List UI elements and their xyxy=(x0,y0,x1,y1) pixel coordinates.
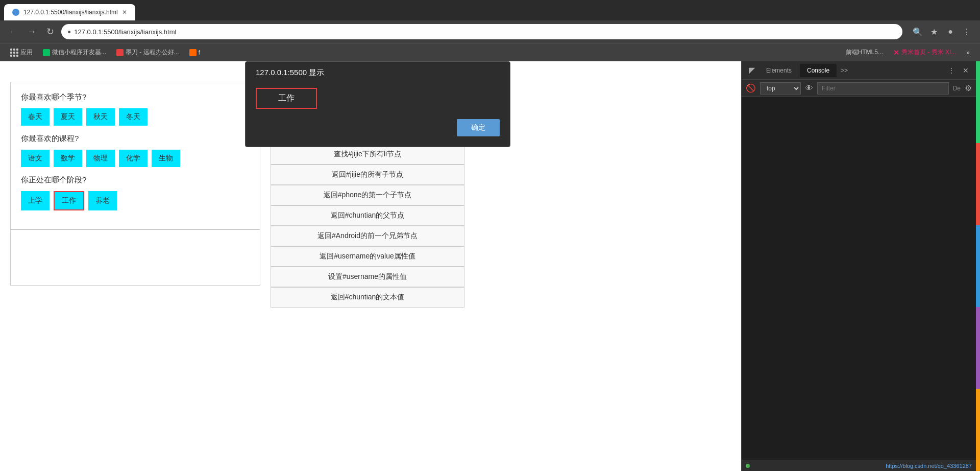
back-button[interactable]: ← xyxy=(6,25,20,39)
bookmark-qd-label: 前端HTML5... xyxy=(846,48,883,57)
alert-confirm-button[interactable]: 确定 xyxy=(457,119,500,136)
nav-bar: ← → ↻ ● 127.0.0.1:5500/lianxijs/lianxijs… xyxy=(0,20,980,43)
tab-bar: 127.0.0.1:5500/lianxijs/lianxijs.html ✕ xyxy=(0,0,980,20)
address-text: 127.0.0.1:5500/lianxijs/lianxijs.html xyxy=(74,28,176,36)
bookmark-f-label: f xyxy=(199,49,200,56)
mo-favicon xyxy=(116,49,124,56)
bookmark-star-icon[interactable]: ★ xyxy=(927,25,941,39)
page-content: 127.0.0.1:5500 显示 工作 确定 你最喜欢哪个季节? 春天 夏天 xyxy=(0,61,741,471)
eye-icon[interactable]: 👁 xyxy=(805,84,813,93)
main-content: 127.0.0.1:5500 显示 工作 确定 你最喜欢哪个季节? 春天 夏天 xyxy=(0,61,980,471)
alert-overlay: 127.0.0.1:5500 显示 工作 确定 xyxy=(0,61,741,471)
f-favicon xyxy=(189,49,197,56)
bookmark-mo[interactable]: 墨刀 - 远程办公好... xyxy=(112,46,183,59)
more-tabs-icon: >> xyxy=(841,67,848,74)
devtools-color-bar xyxy=(976,61,980,471)
apps-button[interactable]: 应用 xyxy=(6,46,37,59)
address-bar[interactable]: ● 127.0.0.1:5500/lianxijs/lianxijs.html xyxy=(61,24,902,39)
devtools-tab-more[interactable]: >> xyxy=(838,67,851,74)
bookmark-xm[interactable]: ✕ 秀米首页 - 秀米 XI... xyxy=(889,46,960,59)
no-icon[interactable]: 🚫 xyxy=(746,83,756,93)
status-indicator xyxy=(746,464,750,468)
lock-icon: ● xyxy=(67,28,71,35)
bookmark-qd[interactable]: 前端HTML5... xyxy=(842,46,887,59)
browser-chrome: 127.0.0.1:5500/lianxijs/lianxijs.html ✕ … xyxy=(0,0,980,61)
devtools-tabs: ◤ Elements Console >> ⋮ ✕ xyxy=(742,61,976,80)
bookmark-wx-label: 微信小程序开发基... xyxy=(52,48,106,57)
bookmark-bar: 应用 微信小程序开发基... 墨刀 - 远程办公好... f 前端HTML5..… xyxy=(0,43,980,61)
device-toggle-icon[interactable]: ◤ xyxy=(746,64,758,77)
devtools-toolbar: 🚫 top 👁 De ⚙ xyxy=(742,80,976,97)
alert-btn-row: 确定 xyxy=(246,113,510,136)
tab-favicon xyxy=(12,9,19,16)
tab-label: 127.0.0.1:5500/lianxijs/lianxijs.html xyxy=(23,9,118,16)
status-link: https://blog.csdn.net/qq_43361287 xyxy=(886,463,972,469)
wx-favicon xyxy=(43,49,50,56)
alert-header: 127.0.0.1:5500 显示 xyxy=(246,62,510,82)
alert-message-box: 工作 xyxy=(256,84,500,113)
devtools-status-bar: https://blog.csdn.net/qq_43361287 xyxy=(742,460,976,471)
bookmark-xm-label: 秀米首页 - 秀米 XI... xyxy=(901,48,956,57)
elements-tab-label: Elements xyxy=(766,67,792,74)
alert-dialog: 127.0.0.1:5500 显示 工作 确定 xyxy=(245,61,510,147)
bookmark-mo-label: 墨刀 - 远程办公好... xyxy=(126,48,179,57)
filter-input[interactable] xyxy=(817,82,949,95)
account-icon[interactable]: ● xyxy=(943,25,958,39)
bookmark-more-icon: » xyxy=(966,49,970,56)
alert-message-text: 工作 xyxy=(256,88,317,109)
apps-label: 应用 xyxy=(20,48,33,57)
more-icon[interactable]: ⋮ xyxy=(960,25,974,39)
close-devtools-icon[interactable]: ✕ xyxy=(960,64,972,77)
more-options-icon[interactable]: ⋮ xyxy=(945,64,958,77)
search-icon[interactable]: 🔍 xyxy=(911,25,925,39)
devtools-tab-console[interactable]: Console xyxy=(800,64,837,77)
console-tab-label: Console xyxy=(807,67,829,74)
bookmark-f[interactable]: f xyxy=(185,47,204,58)
forward-button[interactable]: → xyxy=(24,25,39,39)
bookmark-wx[interactable]: 微信小程序开发基... xyxy=(39,46,110,59)
reload-button[interactable]: ↻ xyxy=(43,25,57,39)
context-select[interactable]: top xyxy=(760,82,801,95)
active-tab[interactable]: 127.0.0.1:5500/lianxijs/lianxijs.html ✕ xyxy=(4,4,135,20)
devtools-tab-elements[interactable]: Elements xyxy=(759,64,799,77)
bookmark-more[interactable]: » xyxy=(962,46,974,59)
devtools-panel: ◤ Elements Console >> ⋮ ✕ 🚫 top 👁 De xyxy=(741,61,976,471)
settings-icon[interactable]: ⚙ xyxy=(965,83,972,93)
filter-label: De xyxy=(953,85,961,92)
nav-icons: 🔍 ★ ● ⋮ xyxy=(911,25,974,39)
devtools-content[interactable] xyxy=(742,97,976,460)
tab-close-button[interactable]: ✕ xyxy=(122,9,127,16)
devtools-top-icons: ⋮ ✕ xyxy=(945,64,972,77)
